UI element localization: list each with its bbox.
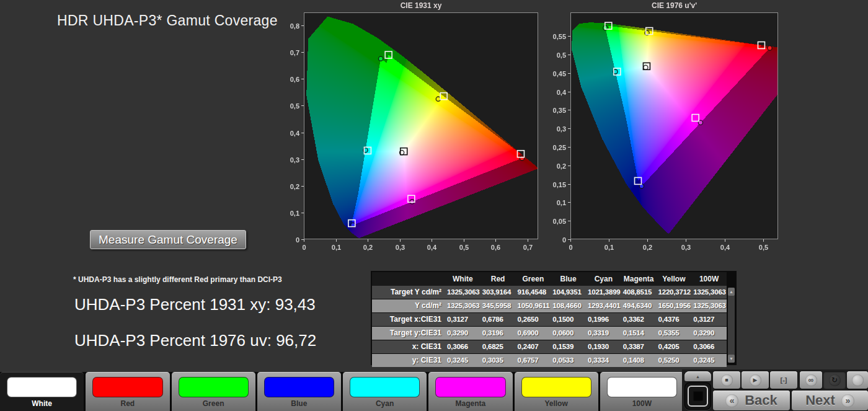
table-cell-value: 0,3066: [445, 340, 480, 353]
next-button[interactable]: Next »: [792, 391, 868, 410]
pattern-tab-yellow[interactable]: Yellow: [515, 372, 598, 411]
page-title: HDR UHDA-P3* Gamut Coverage: [57, 12, 278, 29]
calman-gamut-page: HDR UHDA-P3* Gamut Coverage Measure Gamu…: [0, 0, 868, 411]
loop-refresh-icon: ↻: [829, 374, 841, 386]
table-cell-value: 0,0533: [551, 354, 586, 367]
table-row-label: Target Y cd/m²: [372, 286, 445, 299]
table-cell-value: 408,8515: [621, 286, 657, 299]
pattern-swatch-green: [179, 377, 249, 397]
table-cell-value: 0,3127: [691, 313, 727, 326]
stop-measure-button[interactable]: ■: [713, 371, 740, 389]
table-row-label: Target x:CIE31: [372, 313, 445, 326]
table-cell-value: 0,3245: [691, 354, 727, 367]
pattern-tab-blue[interactable]: Blue: [257, 372, 341, 411]
cie-1931-chart-canvas: [279, 0, 546, 255]
table-cell-value: 0,1500: [551, 313, 586, 326]
uhda-p3-footnote: * UHDA-P3 has a slightly different Red p…: [73, 275, 282, 284]
table-cell-value: 916,4548: [516, 286, 551, 299]
blank-disc-icon: [852, 374, 864, 386]
table-cell-value: 0,3334: [586, 354, 621, 367]
table-cell-value: 0,3362: [621, 313, 657, 326]
play-measure-button[interactable]: ▶: [742, 371, 769, 389]
stop-icon: ■: [721, 374, 733, 386]
table-cell-value: 0,3290: [445, 327, 480, 340]
pattern-window-square-icon: [693, 392, 702, 401]
table-cell-value: 0,4205: [657, 340, 692, 353]
table-scroll-up-button[interactable]: ▲: [728, 288, 735, 296]
pattern-swatch-white: [7, 377, 77, 397]
table-cell-value: 1325,3063: [691, 286, 727, 299]
pattern-tab-cyan[interactable]: Cyan: [343, 372, 427, 411]
table-cell-value: 0,3245: [445, 354, 480, 367]
continuous-measure-button[interactable]: ∞: [800, 371, 822, 389]
table-corner-cell: [372, 272, 445, 286]
table-row-label: x: CIE31: [372, 340, 445, 353]
table-column-header: Cyan: [586, 272, 621, 286]
pattern-tab-white[interactable]: White: [0, 372, 84, 411]
pattern-tab-100w[interactable]: 100W: [600, 372, 684, 411]
collapse-panel-button[interactable]: ▲: [684, 371, 711, 381]
pattern-tab-green[interactable]: Green: [172, 372, 255, 411]
blank-disc-button[interactable]: [847, 371, 868, 389]
table-cell-value: 0,3066: [691, 340, 727, 353]
table-cell-value: 0,6825: [480, 340, 516, 353]
table-cell-value: 1325,3063: [691, 299, 727, 312]
table-cell-value: 0,6900: [516, 327, 551, 340]
table-cell-value: 1325,3063: [445, 299, 480, 312]
table-column-header: Magenta: [621, 272, 657, 286]
table-column-header: 100W: [691, 272, 727, 286]
table-cell-value: 0,6786: [480, 313, 516, 326]
pattern-window-button[interactable]: [684, 382, 711, 410]
pattern-swatch-label: Green: [172, 399, 255, 408]
loop-measure-button[interactable]: ↻: [823, 371, 846, 389]
table-cell-value: 0,1930: [586, 340, 621, 353]
back-button[interactable]: « Back: [713, 391, 790, 410]
table-row-label: Y cd/m²: [372, 299, 445, 312]
table-column-header: Yellow: [657, 272, 692, 286]
infinity-icon: ∞: [805, 374, 817, 386]
table-cell-value: 108,4660: [551, 299, 586, 312]
pattern-swatch-label: Blue: [257, 399, 341, 408]
table-cell-value: 0,1539: [551, 340, 586, 353]
pattern-swatch-label: Yellow: [515, 399, 598, 408]
pattern-tab-magenta[interactable]: Magenta: [428, 372, 512, 411]
single-measure-icon: [-]: [781, 376, 787, 384]
single-measure-button[interactable]: [-]: [770, 371, 797, 389]
chevron-double-left-icon: «: [725, 394, 738, 407]
table-cell-value: 0,0600: [551, 327, 586, 340]
table-cell-value: 0,6757: [516, 354, 551, 367]
table-cell-value: 1021,3899: [586, 286, 621, 299]
measurement-table-grid: WhiteRedGreenBlueCyanMagentaYellow100WTa…: [372, 272, 727, 367]
table-cell-value: 0,3035: [480, 354, 516, 367]
pattern-swatch-label: 100W: [600, 399, 684, 408]
table-row-label: Target y:CIE31: [372, 327, 445, 340]
table-column-header: White: [445, 272, 480, 286]
table-column-header: Red: [480, 272, 516, 286]
table-cell-value: 303,9164: [480, 286, 516, 299]
table-cell-value: 345,5958: [480, 299, 516, 312]
table-cell-value: 0,2650: [516, 313, 551, 326]
table-cell-value: 0,3196: [480, 327, 516, 340]
table-cell-value: 1220,3712: [657, 286, 692, 299]
chevron-double-right-icon: »: [841, 394, 854, 407]
table-cell-value: 1293,4401: [586, 299, 621, 312]
table-cell-value: 104,9351: [551, 286, 586, 299]
measurement-table: WhiteRedGreenBlueCyanMagentaYellow100WTa…: [371, 271, 737, 365]
pattern-tab-red[interactable]: Red: [86, 372, 169, 411]
table-scrollbar[interactable]: ▲ ▼: [728, 288, 735, 363]
table-cell-value: 0,1996: [586, 313, 621, 326]
pattern-swatch-cyan: [350, 377, 420, 397]
measure-gamut-coverage-button[interactable]: Measure Gamut Coverage: [90, 230, 246, 249]
table-cell-value: 0,3387: [621, 340, 657, 353]
table-cell-value: 0,1408: [621, 354, 657, 367]
pattern-swatch-bar: WhiteRedGreenBlueCyanMagentaYellow100W: [0, 372, 684, 411]
percent-1976-uv-result: UHDA-P3 Percent 1976 uv: 96,72: [74, 331, 316, 350]
table-scroll-down-button[interactable]: ▼: [728, 355, 735, 363]
pattern-swatch-label: Cyan: [343, 399, 427, 408]
cie-1976-chart-canvas: [546, 0, 794, 255]
pattern-swatch-label: Red: [86, 399, 169, 408]
table-cell-value: 0,3319: [586, 327, 621, 340]
pattern-swatch-label: White: [0, 399, 84, 408]
table-column-header: Blue: [551, 272, 586, 286]
percent-1931-xy-result: UHDA-P3 Percent 1931 xy: 93,43: [74, 295, 316, 314]
